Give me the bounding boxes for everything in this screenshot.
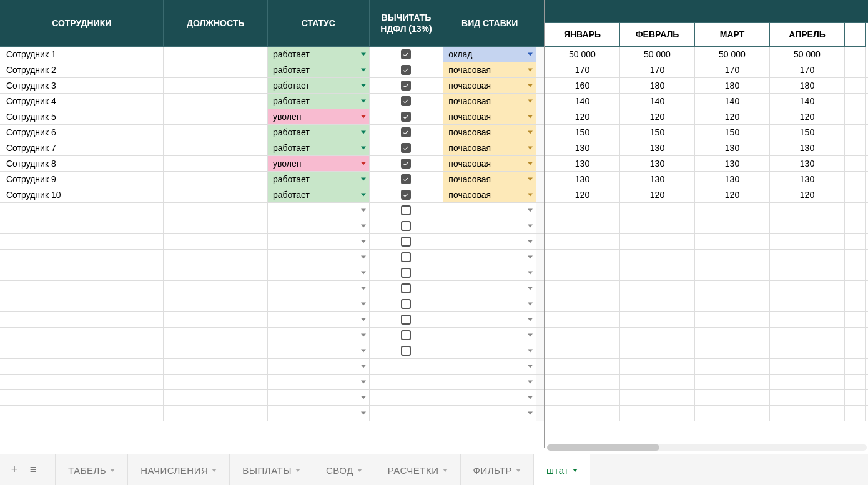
value-cell[interactable]: 130 <box>770 156 845 171</box>
value-cell[interactable]: 120 <box>770 187 845 202</box>
value-cell[interactable]: 160 <box>545 78 620 93</box>
ndfl-checkbox-cell[interactable] <box>370 328 444 343</box>
rate-dropdown[interactable]: почасовая <box>443 140 536 155</box>
status-dropdown[interactable]: уволен <box>268 109 370 124</box>
value-cell[interactable] <box>845 62 866 77</box>
value-cell[interactable] <box>770 406 845 421</box>
value-cell[interactable] <box>620 390 695 405</box>
value-cell[interactable] <box>695 359 770 374</box>
value-cell[interactable] <box>620 265 695 280</box>
value-cell[interactable]: 180 <box>695 78 770 93</box>
rate-dropdown[interactable]: оклад <box>443 47 536 62</box>
value-cell[interactable]: 50 000 <box>770 47 845 62</box>
value-cell[interactable] <box>845 312 866 327</box>
value-cell[interactable] <box>770 281 845 296</box>
value-cell[interactable]: 130 <box>695 172 770 187</box>
sheet-tab[interactable]: ТАБЕЛЬ <box>55 454 127 485</box>
status-dropdown[interactable]: работает <box>268 172 370 187</box>
status-dropdown[interactable]: работает <box>268 187 370 202</box>
status-dropdown[interactable] <box>268 359 370 374</box>
status-dropdown[interactable] <box>268 234 370 249</box>
sheet-tab[interactable]: ВЫПЛАТЫ <box>229 454 313 485</box>
value-cell[interactable] <box>695 375 770 389</box>
position-cell[interactable] <box>164 343 268 358</box>
status-dropdown[interactable] <box>268 250 370 265</box>
value-cell[interactable] <box>695 296 770 311</box>
value-cell[interactable]: 50 000 <box>545 47 620 62</box>
checkbox-icon[interactable] <box>401 127 411 137</box>
employee-cell[interactable]: Сотрудник 4 <box>0 94 164 109</box>
position-cell[interactable] <box>164 265 268 280</box>
value-cell[interactable]: 150 <box>545 125 620 140</box>
employee-cell[interactable] <box>0 343 164 358</box>
value-cell[interactable]: 50 000 <box>695 47 770 62</box>
status-dropdown[interactable]: работает <box>268 140 370 155</box>
value-cell[interactable] <box>620 296 695 311</box>
position-cell[interactable] <box>164 203 268 218</box>
employee-cell[interactable] <box>0 250 164 265</box>
value-cell[interactable] <box>770 390 845 405</box>
checkbox-icon[interactable] <box>401 221 411 231</box>
value-cell[interactable] <box>545 312 620 327</box>
checkbox-icon[interactable] <box>401 159 411 169</box>
sheet-tab[interactable]: СВОД <box>313 454 375 485</box>
value-cell[interactable]: 170 <box>695 62 770 77</box>
value-cell[interactable] <box>845 234 866 249</box>
value-cell[interactable] <box>620 203 695 218</box>
ndfl-checkbox-cell[interactable] <box>370 250 444 265</box>
value-cell[interactable] <box>845 375 866 389</box>
ndfl-checkbox-cell[interactable] <box>370 406 444 421</box>
value-cell[interactable] <box>845 78 866 93</box>
value-cell[interactable] <box>545 281 620 296</box>
checkbox-icon[interactable] <box>401 346 411 356</box>
value-cell[interactable]: 130 <box>620 140 695 155</box>
ndfl-checkbox-cell[interactable] <box>370 109 444 124</box>
value-cell[interactable] <box>845 109 866 124</box>
employee-cell[interactable] <box>0 296 164 311</box>
add-sheet-icon[interactable]: + <box>5 461 24 479</box>
position-cell[interactable] <box>164 234 268 249</box>
status-dropdown[interactable] <box>268 203 370 218</box>
checkbox-icon[interactable] <box>401 237 411 247</box>
sheet-tab[interactable]: НАЧИСЛЕНИЯ <box>127 454 229 485</box>
value-cell[interactable]: 120 <box>545 187 620 202</box>
employee-cell[interactable] <box>0 312 164 327</box>
employee-cell[interactable] <box>0 218 164 233</box>
employee-cell[interactable]: Сотрудник 3 <box>0 78 164 93</box>
value-cell[interactable]: 120 <box>695 187 770 202</box>
value-cell[interactable]: 50 000 <box>620 47 695 62</box>
value-cell[interactable] <box>845 218 866 233</box>
value-cell[interactable] <box>845 94 866 109</box>
status-dropdown[interactable] <box>268 343 370 358</box>
rate-dropdown[interactable] <box>443 265 536 280</box>
value-cell[interactable]: 150 <box>620 125 695 140</box>
rate-dropdown[interactable] <box>443 218 536 233</box>
value-cell[interactable]: 120 <box>620 187 695 202</box>
status-dropdown[interactable]: работает <box>268 47 370 62</box>
value-cell[interactable]: 130 <box>695 156 770 171</box>
rate-dropdown[interactable] <box>443 375 536 389</box>
position-cell[interactable] <box>164 312 268 327</box>
value-cell[interactable] <box>695 328 770 343</box>
value-cell[interactable]: 130 <box>770 140 845 155</box>
value-cell[interactable] <box>770 328 845 343</box>
value-cell[interactable] <box>845 359 866 374</box>
ndfl-checkbox-cell[interactable] <box>370 312 444 327</box>
value-cell[interactable] <box>845 47 866 62</box>
status-dropdown[interactable] <box>268 281 370 296</box>
employee-cell[interactable] <box>0 265 164 280</box>
value-cell[interactable] <box>770 312 845 327</box>
rate-dropdown[interactable]: почасовая <box>443 94 536 109</box>
value-cell[interactable]: 120 <box>545 109 620 124</box>
value-cell[interactable] <box>545 203 620 218</box>
checkbox-icon[interactable] <box>401 96 411 106</box>
checkbox-icon[interactable] <box>401 49 411 59</box>
value-cell[interactable] <box>620 234 695 249</box>
value-cell[interactable] <box>845 406 866 421</box>
ndfl-checkbox-cell[interactable] <box>370 296 444 311</box>
value-cell[interactable] <box>620 250 695 265</box>
ndfl-checkbox-cell[interactable] <box>370 172 444 187</box>
checkbox-icon[interactable] <box>401 143 411 153</box>
employee-cell[interactable]: Сотрудник 1 <box>0 47 164 62</box>
value-cell[interactable]: 150 <box>770 125 845 140</box>
